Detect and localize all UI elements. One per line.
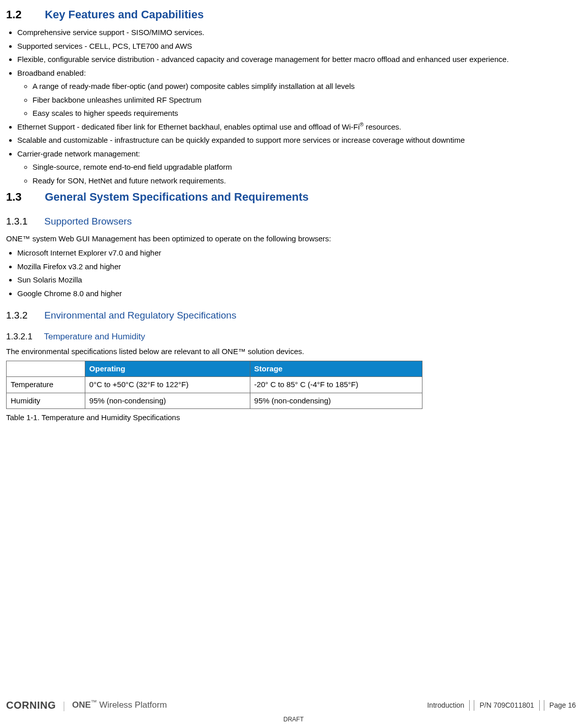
paragraph: ONE™ system Web GUI Management has been … — [6, 233, 581, 245]
heading-title: Supported Browsers — [44, 216, 132, 227]
table-caption: Table 1-1. Temperature and Humidity Spec… — [6, 412, 581, 424]
list-item: Carrier-grade network management: Single… — [17, 148, 581, 187]
heading-number: 1.2 — [6, 6, 42, 23]
paragraph: The environmental specifications listed … — [6, 346, 581, 358]
list-item: Comprehensive service support - SISO/MIM… — [17, 27, 581, 39]
table-header: Storage — [250, 361, 422, 377]
list-item: Ethernet Support - dedicated fiber link … — [17, 121, 581, 133]
feature-list: Comprehensive service support - SISO/MIM… — [6, 27, 581, 186]
list-item: Google Chrome 8.0 and higher — [17, 288, 581, 300]
sub-list: A range of ready-made fiber-optic (and p… — [17, 81, 581, 119]
heading-title: Environmental and Regulatory Specificati… — [44, 310, 236, 321]
list-item: Ready for SON, HetNet and future network… — [32, 175, 581, 187]
text: resources. — [364, 122, 401, 131]
text: Ethernet Support - dedicated fiber link … — [17, 122, 360, 131]
list-item: Broadband enabled: A range of ready-made… — [17, 68, 581, 119]
list-item: Sun Solaris Mozilla — [17, 274, 581, 286]
list-item: Flexible, configurable service distribut… — [17, 54, 581, 66]
list-item: Microsoft Internet Explorer v7.0 and hig… — [17, 247, 581, 259]
heading-1.3.2: 1.3.2 Environmental and Regulatory Speci… — [6, 308, 581, 323]
list-item: Fiber backbone unleashes unlimited RF Sp… — [32, 94, 581, 106]
heading-title: Key Features and Capabilities — [45, 8, 204, 21]
table-cell: -20° C to 85° C (-4°F to 185°F) — [250, 377, 422, 393]
list-item: Supported services - CELL, PCS, LTE700 a… — [17, 41, 581, 52]
list-item-label: Carrier-grade network management: — [17, 149, 140, 158]
table-cell: 0°C to +50°C (32°F to 122°F) — [85, 377, 250, 393]
list-item: Single-source, remote end-to-end field u… — [32, 162, 581, 173]
heading-1.3.2.1: 1.3.2.1 Temperature and Humidity — [6, 330, 581, 343]
table-cell: 95% (non-condensing) — [85, 393, 250, 409]
table-header-blank — [7, 361, 85, 377]
heading-1.2: 1.2 Key Features and Capabilities — [6, 6, 581, 23]
heading-title: General System Specifications and Requir… — [45, 191, 309, 203]
temp-humidity-table: Operating Storage Temperature 0°C to +50… — [6, 361, 422, 409]
heading-title: Temperature and Humidity — [44, 332, 145, 341]
list-item: Mozilla Firefox v3.2 and higher — [17, 261, 581, 273]
list-item: Scalable and customizable - infrastructu… — [17, 135, 581, 146]
heading-1.3.1: 1.3.1 Supported Browsers — [6, 214, 581, 229]
list-item: Easy scales to higher speeds requirement… — [32, 108, 581, 119]
list-item-label: Broadband enabled: — [17, 69, 86, 77]
table-row: Temperature 0°C to +50°C (32°F to 122°F)… — [7, 377, 422, 393]
list-item: A range of ready-made fiber-optic (and p… — [32, 81, 581, 92]
table-cell: 95% (non-condensing) — [250, 393, 422, 409]
heading-number: 1.3.2.1 — [6, 330, 42, 343]
table-cell: Humidity — [7, 393, 85, 409]
table-row: Humidity 95% (non-condensing) 95% (non-c… — [7, 393, 422, 409]
registered-mark: ® — [360, 121, 364, 128]
heading-number: 1.3 — [6, 188, 42, 205]
table-header: Operating — [85, 361, 250, 377]
table-cell: Temperature — [7, 377, 85, 393]
heading-number: 1.3.1 — [6, 214, 42, 229]
sub-list: Single-source, remote end-to-end field u… — [17, 162, 581, 186]
browser-list: Microsoft Internet Explorer v7.0 and hig… — [6, 247, 581, 299]
heading-number: 1.3.2 — [6, 308, 42, 323]
heading-1.3: 1.3 General System Specifications and Re… — [6, 188, 581, 205]
